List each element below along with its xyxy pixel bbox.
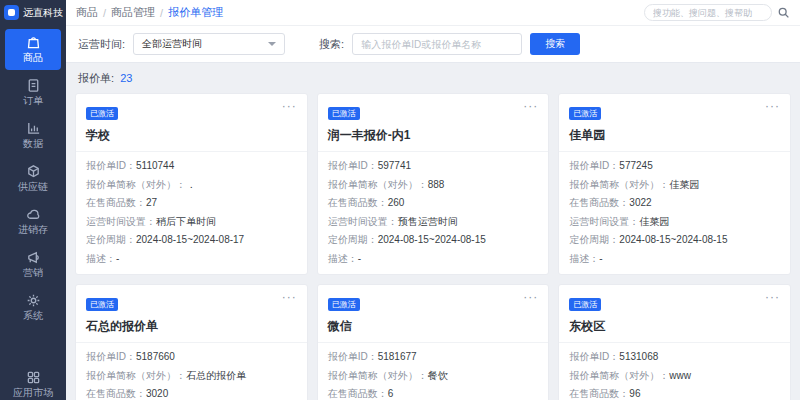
global-search-input[interactable]	[644, 4, 772, 21]
field-label: 运营时间设置：	[569, 215, 639, 229]
more-actions-icon[interactable]: ···	[523, 99, 538, 113]
field-label: 报价单简称（对外）：	[86, 178, 186, 192]
sidebar-item-supply-chain[interactable]: 供应链	[5, 158, 61, 199]
field-value: -	[116, 252, 119, 266]
field-value: 3020	[146, 387, 168, 400]
search-icon[interactable]	[777, 6, 790, 19]
field-label: 在售商品数：	[328, 387, 388, 400]
more-actions-icon[interactable]: ···	[765, 290, 780, 304]
sidebar-item-goods[interactable]: 商品	[5, 29, 61, 70]
breadcrumb-item-quote-management[interactable]: 报价单管理	[168, 5, 223, 20]
main-area: 商品 / 商品管理 / 报价单管理 运营时间: 全部运营时间 搜索:	[66, 0, 800, 400]
field-value: 2024-08-15~2024-08-17	[136, 233, 244, 247]
field-value: 3022	[629, 196, 651, 210]
card-header: 已激活 ··· 学校	[76, 94, 307, 151]
sidebar-item-label: 进销存	[18, 224, 48, 235]
sidebar-item-marketing[interactable]: 营销	[5, 244, 61, 285]
megaphone-icon	[26, 250, 41, 265]
field-value: 5131068	[619, 350, 658, 364]
more-actions-icon[interactable]: ···	[765, 99, 780, 113]
quote-search-group: 搜索: 搜索	[319, 33, 580, 55]
sidebar-item-data[interactable]: 数据	[5, 115, 61, 156]
sidebar-item-app-market[interactable]: 应用市场	[0, 364, 66, 400]
status-badge: 已激活	[569, 107, 601, 120]
quote-count-label: 报价单:	[78, 72, 114, 84]
more-actions-icon[interactable]: ···	[282, 290, 297, 304]
sidebar-nav: 商品 订单 数据 供应链	[0, 28, 66, 400]
field-value: 888	[428, 178, 445, 192]
field-label: 报价单简称（对外）：	[328, 178, 428, 192]
quote-card-grid: 已激活 ··· 学校 报价单ID：5110744 报价单简称（对外）：． 在售商…	[66, 93, 800, 400]
field-label: 报价单ID：	[569, 350, 619, 364]
more-actions-icon[interactable]: ···	[523, 290, 538, 304]
breadcrumb-separator: /	[160, 7, 163, 19]
document-icon	[26, 78, 41, 93]
quote-card: 已激活 ··· 石总的报价单 报价单ID：5187660 报价单简称（对外）：石…	[75, 284, 308, 400]
chart-icon	[26, 121, 41, 136]
field-label: 在售商品数：	[328, 196, 388, 210]
breadcrumb-item-goods[interactable]: 商品	[76, 5, 98, 20]
breadcrumb-item-goods-management[interactable]: 商品管理	[111, 5, 155, 20]
field-label: 报价单ID：	[86, 350, 136, 364]
more-actions-icon[interactable]: ···	[282, 99, 297, 113]
sidebar-item-system[interactable]: 系统	[5, 287, 61, 328]
sidebar-item-label: 营销	[23, 267, 43, 278]
logo-text: 远直科技	[23, 6, 63, 20]
card-header: 已激活 ··· 微信	[318, 285, 549, 342]
field-label: 在售商品数：	[86, 387, 146, 400]
summary-row: 报价单: 23	[66, 63, 800, 93]
app-grid-icon	[26, 370, 41, 385]
app-window: 远直科技 商品 订单 数据	[0, 0, 800, 400]
field-label: 报价单ID：	[328, 350, 378, 364]
field-value: 餐饮	[428, 369, 448, 383]
search-label: 搜索:	[319, 37, 344, 52]
field-value: 5110744	[136, 159, 174, 173]
field-value: 260	[388, 196, 405, 210]
field-label: 在售商品数：	[569, 196, 629, 210]
quote-card: 已激活 ··· 润一丰报价-内1 报价单ID：597741 报价单简称（对外）：…	[317, 93, 550, 275]
field-label: 描述：	[569, 252, 599, 266]
quote-card: 已激活 ··· 佳单园 报价单ID：577245 报价单简称（对外）：佳菜园 在…	[558, 93, 791, 275]
search-button[interactable]: 搜索	[530, 33, 580, 55]
card-title: 学校	[86, 127, 297, 144]
cube-icon	[26, 164, 41, 179]
field-value: 27	[146, 196, 157, 210]
card-header: 已激活 ··· 石总的报价单	[76, 285, 307, 342]
status-badge: 已激活	[86, 298, 118, 311]
global-search	[644, 4, 790, 21]
card-header: 已激活 ··· 润一丰报价-内1	[318, 94, 549, 151]
sidebar-item-label: 应用市场	[13, 387, 53, 398]
field-label: 报价单简称（对外）：	[328, 369, 428, 383]
sidebar-item-orders[interactable]: 订单	[5, 72, 61, 113]
quote-count-value: 23	[120, 72, 132, 84]
top-bar: 商品 / 商品管理 / 报价单管理	[66, 0, 800, 26]
sidebar-item-label: 商品	[23, 52, 43, 63]
field-label: 报价单简称（对外）：	[569, 369, 669, 383]
status-badge: 已激活	[328, 298, 360, 311]
card-title: 石总的报价单	[86, 318, 297, 335]
sidebar-item-label: 供应链	[18, 181, 48, 192]
field-value: ．	[186, 178, 196, 192]
quote-search-input[interactable]	[352, 33, 522, 55]
logo-icon	[4, 5, 19, 20]
shopping-bag-icon	[26, 35, 41, 50]
field-value: www	[669, 369, 691, 383]
field-label: 定价周期：	[328, 233, 378, 247]
field-value: 佳菜园	[639, 215, 669, 229]
field-value: -	[599, 252, 602, 266]
card-body: 报价单ID：577245 报价单简称（对外）：佳菜园 在售商品数：3022 运营…	[559, 151, 790, 274]
field-value: -	[358, 252, 361, 266]
card-title: 东校区	[569, 318, 780, 335]
breadcrumb-separator: /	[103, 7, 106, 19]
quote-card: 已激活 ··· 学校 报价单ID：5110744 报价单简称（对外）：． 在售商…	[75, 93, 308, 275]
field-label: 报价单简称（对外）：	[86, 369, 186, 383]
field-label: 运营时间设置：	[328, 215, 398, 229]
operating-time-select[interactable]: 全部运营时间	[133, 33, 285, 55]
field-label: 描述：	[86, 252, 116, 266]
card-body: 报价单ID：597741 报价单简称（对外）：888 在售商品数：260 运营时…	[318, 151, 549, 274]
card-header: 已激活 ··· 东校区	[559, 285, 790, 342]
sidebar-item-inventory[interactable]: 进销存	[5, 201, 61, 242]
card-body: 报价单ID：5181677 报价单简称（对外）：餐饮 在售商品数：6 运营时间设…	[318, 342, 549, 400]
quote-card: 已激活 ··· 东校区 报价单ID：5131068 报价单简称（对外）：www …	[558, 284, 791, 400]
field-value: 2024-08-15~2024-08-15	[619, 233, 727, 247]
